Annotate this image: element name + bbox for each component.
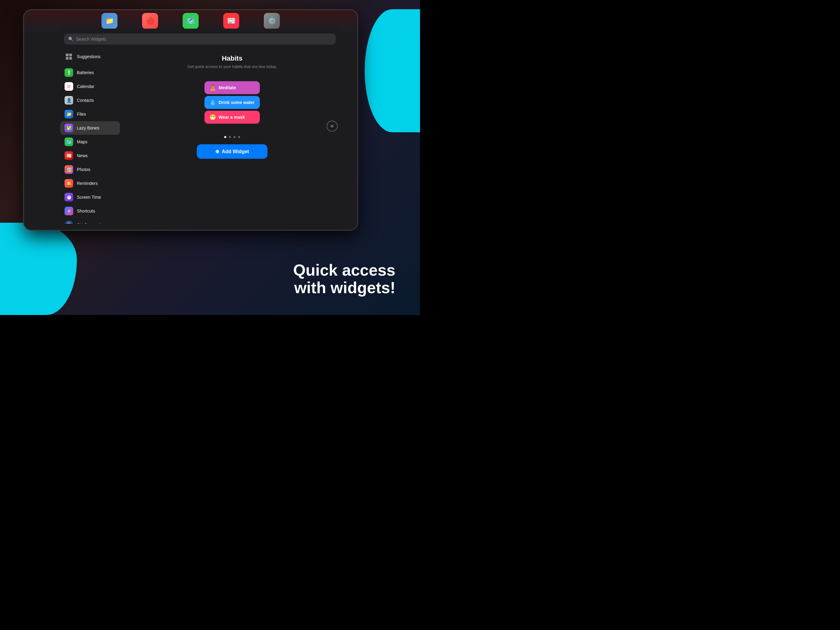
cyan-blob-left — [0, 223, 77, 315]
shortcuts-icon: ⚡ — [65, 207, 73, 215]
search-bar[interactable]: 🔍 Search Widgets — [64, 33, 336, 44]
cyan-blob-right — [365, 9, 420, 132]
svg-rect-2 — [66, 57, 69, 60]
sidebar-item-contacts[interactable]: 👤 Contacts — [60, 93, 120, 107]
siri-label: Siri Suggestions — [77, 222, 108, 224]
svg-rect-1 — [69, 54, 72, 56]
sidebar-item-screentime[interactable]: ⏱️ Screen Time — [60, 190, 120, 204]
files-label: Files — [77, 112, 86, 117]
sidebar-item-photos[interactable]: 🖼️ Photos — [60, 163, 120, 176]
svg-rect-3 — [69, 57, 72, 60]
news-label: News — [77, 153, 88, 158]
sidebar-item-lazybones[interactable]: ✅ Lazy Bones — [60, 121, 120, 135]
dot-1[interactable] — [224, 136, 226, 138]
sidebar-item-batteries[interactable]: 🔋 Batteries — [60, 66, 120, 79]
suggestions-label: Suggestions — [77, 54, 101, 59]
maps-icon: 🗺️ — [65, 138, 73, 146]
top-icon-news: 📰 — [223, 13, 239, 29]
sidebar-item-suggestions[interactable]: Suggestions — [60, 50, 120, 63]
reminders-icon: 🔔 — [65, 179, 73, 188]
content-area: Habits Get quick access to your habits t… — [122, 28, 342, 224]
meditate-label: Meditate — [219, 85, 236, 90]
add-widget-label: Add Widget — [222, 149, 249, 154]
contacts-label: Contacts — [77, 98, 94, 103]
bottom-text-line2: with widgets! — [293, 279, 395, 296]
bottom-text-line1: Quick access — [293, 261, 395, 279]
panel-title: Habits — [222, 54, 242, 62]
calendar-icon: 17 — [65, 82, 73, 91]
sidebar-item-news[interactable]: 📰 News — [60, 149, 120, 162]
dot-3[interactable] — [234, 136, 235, 138]
suggestions-icon — [65, 52, 73, 61]
contacts-icon: 👤 — [65, 96, 73, 104]
mask-emoji: 😷 — [209, 114, 216, 120]
top-icon-reminders: 🔴 — [142, 13, 158, 29]
panel-subtitle: Get quick access to your habits that are… — [187, 64, 277, 69]
habit-meditate: 🧘 Meditate — [204, 81, 260, 94]
add-widget-plus: ⊕ — [215, 149, 219, 154]
batteries-icon: 🔋 — [65, 68, 73, 77]
sidebar-item-shortcuts[interactable]: ⚡ Shortcuts — [60, 204, 120, 218]
svg-point-4 — [331, 125, 333, 127]
top-icon-files: 📁 — [101, 13, 117, 29]
drink-emoji: 💧 — [209, 99, 216, 106]
siri-icon: 🔮 — [65, 220, 73, 224]
drink-label: Drink some water — [219, 100, 254, 105]
widget-panel: 🔍 Search Widgets Suggestions — [58, 28, 342, 224]
sidebar-item-files[interactable]: 📁 Files — [60, 108, 120, 121]
lazybones-icon: ✅ — [65, 123, 73, 132]
batteries-label: Batteries — [77, 70, 94, 75]
widget-preview: 🧘 Meditate 💧 Drink some water 😷 Wear a m… — [204, 81, 260, 123]
maps-label: Maps — [77, 139, 87, 144]
meditate-emoji: 🧘 — [209, 84, 216, 91]
sidebar-item-siri[interactable]: 🔮 Siri Suggestions — [60, 218, 120, 224]
shortcuts-label: Shortcuts — [77, 209, 95, 214]
habit-drink: 💧 Drink some water — [204, 96, 260, 109]
sidebar-item-reminders[interactable]: 🔔 Reminders — [60, 177, 120, 190]
bottom-text: Quick access with widgets! — [293, 261, 395, 296]
calendar-label: Calendar — [77, 84, 95, 89]
sidebar-item-maps[interactable]: 🗺️ Maps — [60, 135, 120, 149]
dot-4[interactable] — [238, 136, 240, 138]
dot-2[interactable] — [229, 136, 231, 138]
files-icon: 📁 — [65, 110, 73, 119]
top-icon-maps: 🗺️ — [183, 13, 199, 29]
photos-icon: 🖼️ — [65, 165, 73, 174]
lazybones-label: Lazy Bones — [77, 125, 99, 130]
screentime-label: Screen Time — [77, 195, 101, 199]
sidebar-item-calendar[interactable]: 17 Calendar — [60, 80, 120, 93]
ipad-frame: 📁 🔴 🗺️ 📰 ⚙️ 🔍 Search Widgets — [23, 9, 358, 231]
search-placeholder: Search Widgets — [76, 36, 106, 41]
mask-label: Wear a mask — [219, 115, 245, 120]
photos-label: Photos — [77, 167, 90, 172]
search-icon: 🔍 — [68, 36, 74, 41]
reminders-label: Reminders — [77, 181, 98, 186]
add-widget-button[interactable]: ⊕ Add Widget — [197, 144, 267, 159]
search-bar-container: 🔍 Search Widgets — [58, 28, 342, 44]
svg-rect-0 — [66, 54, 69, 56]
habit-mask: 😷 Wear a mask — [204, 111, 260, 123]
top-icon-settings: ⚙️ — [264, 13, 280, 29]
sidebar: Suggestions 🔋 Batteries 17 Calendar 👤 Co… — [58, 28, 122, 224]
pagination-dots — [224, 136, 240, 138]
screentime-icon: ⏱️ — [65, 193, 73, 201]
news-icon: 📰 — [65, 151, 73, 160]
scroll-indicator — [327, 120, 338, 131]
